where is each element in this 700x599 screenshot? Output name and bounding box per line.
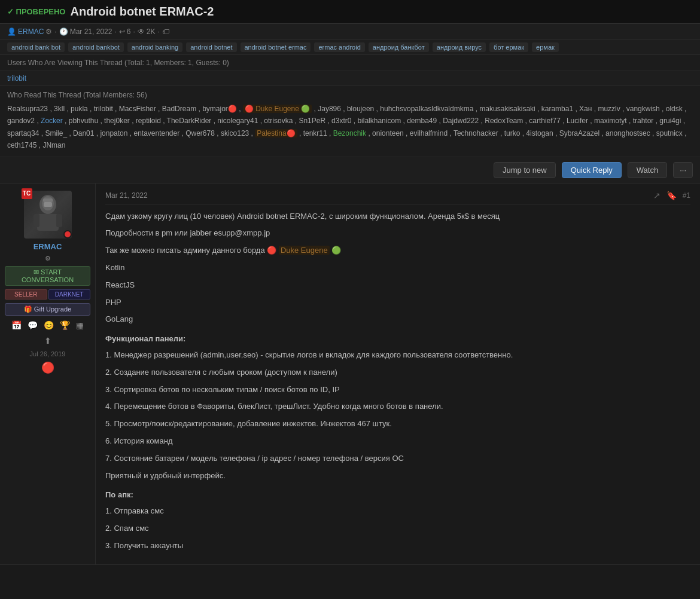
post-date: Mar 21, 2022: [70, 27, 112, 36]
post-content: Mar 21, 2022 ↗ 🔖 #1 Сдам узкому кругу ли…: [96, 184, 700, 564]
tags-icon: 🏷: [162, 27, 169, 36]
views-count: 2K: [147, 27, 156, 36]
meta-bar: 👤 ERMAC ⚙ · 🕐 Mar 21, 2022 · ↩ 6 · 👁 2K …: [0, 24, 700, 40]
tag-ermac-android[interactable]: ermac android: [314, 42, 364, 52]
chat-icon[interactable]: 💬: [26, 319, 39, 331]
post-details: Подробности в pm или jabber esupp@xmpp.j…: [105, 227, 690, 240]
palestina-highlight: Palestina🔴: [255, 129, 297, 137]
apk-item-1: 1. Отправка смс: [105, 505, 690, 518]
start-conversation-button[interactable]: ✉ START CONVERSATION: [5, 266, 90, 286]
user-status-icon: ⚙: [45, 255, 51, 262]
post-intro: Сдам узкому кругу лиц (10 человек) Andro…: [105, 210, 690, 223]
tag-android-virus-ru[interactable]: андроид вирус: [433, 42, 486, 52]
eye-icon: 👁: [138, 27, 145, 36]
tag-android-bankbot-ru[interactable]: андроид банкбот: [369, 42, 429, 52]
barcode-icon[interactable]: ▦: [75, 319, 85, 331]
date-meta: 🕐 Mar 21, 2022: [59, 27, 112, 36]
thread-title: Android botnet ERMAC-2: [70, 5, 214, 19]
post-admin: Так же можно писать админу данного борда…: [105, 245, 690, 257]
darknet-badge: DARKNET: [48, 289, 91, 300]
panel-item-5: 5. Просмотр/поиск/редактирование, добавл…: [105, 418, 690, 430]
post-actions: ↗ 🔖 #1: [653, 191, 690, 200]
viewers-label: Users Who Are Viewing This Thread (Total…: [7, 59, 229, 67]
panel-section-title: Функционал панели:: [105, 333, 690, 346]
gift-upgrade-button[interactable]: 🎁 Gift Upgrade: [5, 303, 90, 316]
user-icon-row: 📅 💬 😊 🏆 ▦ ⬆: [5, 319, 90, 347]
online-badge: [63, 230, 72, 239]
post-body: Сдам узкому кругу лиц (10 человек) Andro…: [105, 210, 690, 552]
post-container: TC ERMAC ⚙ ✉ START CONVERSATION SELLER D…: [0, 184, 700, 565]
tag-android-bankbot[interactable]: android bankbot: [68, 42, 124, 52]
who-read-names: Realsupra23 , 3kll , pukla , trilobit , …: [7, 103, 693, 152]
apk-item-2: 2. Спам смс: [105, 522, 690, 535]
tc-badge: TC: [22, 188, 32, 199]
tag-android-banking[interactable]: android banking: [127, 42, 182, 52]
duke-eugene-highlight: 🔴 Duke Eugene 🟢: [243, 105, 312, 113]
who-read-section: Who Read This Thread (Total Members: 56)…: [0, 86, 700, 157]
emoji-icon[interactable]: 😊: [42, 319, 55, 331]
current-viewer-link[interactable]: trilobit: [7, 74, 26, 82]
more-button[interactable]: ···: [673, 162, 693, 178]
svg-rect-6: [44, 202, 52, 207]
clock-icon: 🕐: [59, 27, 68, 36]
tag-android-botnet-ermac[interactable]: android botnet ermac: [241, 42, 311, 52]
rep-icon: 🔴: [41, 361, 54, 374]
language-reactjs: ReactJS: [105, 279, 690, 292]
zocker-link[interactable]: Zocker: [41, 117, 63, 125]
username-link[interactable]: ERMAC: [34, 242, 62, 251]
current-viewer-row: trilobit: [0, 71, 700, 86]
apk-section-title: По апк:: [105, 489, 690, 502]
svg-rect-5: [43, 198, 53, 202]
post-header: Mar 21, 2022 ↗ 🔖 #1: [105, 191, 690, 204]
language-php: PHP: [105, 297, 690, 309]
join-date: Jul 26, 2019: [30, 350, 66, 357]
replies-meta: ↩ 6: [119, 27, 131, 36]
post-number: #1: [683, 191, 690, 200]
avatar-wrap: TC: [24, 191, 72, 239]
panel-item-1: 1. Менеджер разрешений (admin,user,seo) …: [105, 349, 690, 362]
gear-icon: ⚙: [45, 27, 52, 36]
tag-android-botnet[interactable]: android botnet: [186, 42, 236, 52]
tag-ermak[interactable]: ермак: [532, 42, 559, 52]
admin-name-highlight: Duke Eugene: [279, 246, 330, 255]
viewers-section: Users Who Are Viewing This Thread (Total…: [0, 55, 700, 71]
svg-rect-1: [37, 214, 59, 231]
bookmark-icon[interactable]: 🔖: [666, 191, 677, 200]
trophy-icon[interactable]: 🏆: [59, 319, 71, 331]
who-read-title: Who Read This Thread (Total Members: 56): [7, 91, 693, 99]
tags-row: android bank bot android bankbot android…: [0, 40, 700, 55]
panel-item-2: 2. Создание пользователя с любым сроком …: [105, 366, 690, 379]
svg-rect-3: [56, 214, 62, 227]
views-meta: 👁 2K: [138, 27, 156, 36]
language-golang: GoLang: [105, 313, 690, 326]
post-sidebar: TC ERMAC ⚙ ✉ START CONVERSATION SELLER D…: [0, 184, 96, 564]
watch-button[interactable]: Watch: [628, 162, 667, 178]
tag-android-bank-bot[interactable]: android bank bot: [7, 42, 65, 52]
post-timestamp: Mar 21, 2022: [105, 191, 148, 200]
panel-item-7: 7. Состояние батареи / модель телефона /…: [105, 453, 690, 465]
share-icon[interactable]: ↗: [653, 191, 661, 200]
reply-icon: ↩: [119, 27, 125, 36]
tag-bot-ermak[interactable]: бот ермак: [489, 42, 528, 52]
svg-rect-2: [34, 214, 39, 227]
calendar-icon[interactable]: 📅: [10, 319, 23, 331]
reply-count: 6: [127, 27, 131, 36]
upload-icon[interactable]: ⬆: [43, 335, 53, 347]
quick-reply-button[interactable]: Quick Reply: [562, 162, 622, 178]
panel-item-4: 4. Перемещение ботов в Фавориты, блекЛис…: [105, 401, 690, 413]
panel-item-3: 3. Сортировка ботов по нескольким типам …: [105, 384, 690, 396]
author-meta: 👤 ERMAC ⚙: [7, 27, 52, 36]
jump-to-new-button[interactable]: Jump to new: [494, 162, 556, 178]
panel-item-6: 6. История команд: [105, 435, 690, 448]
thread-title-bar: ✓ ПРОВЕРЕНО Android botnet ERMAC-2: [0, 0, 700, 24]
post-pleasant: Приятный и удобный интерфейс.: [105, 470, 690, 482]
author-link[interactable]: ERMAC: [18, 27, 44, 36]
apk-item-3: 3. Получить аккаунты: [105, 540, 690, 552]
user-icon: 👤: [7, 27, 16, 36]
bezonchik-name: Bezonchik: [333, 129, 366, 137]
seller-badge: SELLER: [5, 289, 47, 300]
verified-badge: ✓ ПРОВЕРЕНО: [7, 7, 65, 16]
action-bar: Jump to new Quick Reply Watch ···: [0, 157, 700, 184]
language-kotlin: Kotlin: [105, 262, 690, 274]
seller-darknet-badges: SELLER DARKNET: [5, 289, 90, 300]
